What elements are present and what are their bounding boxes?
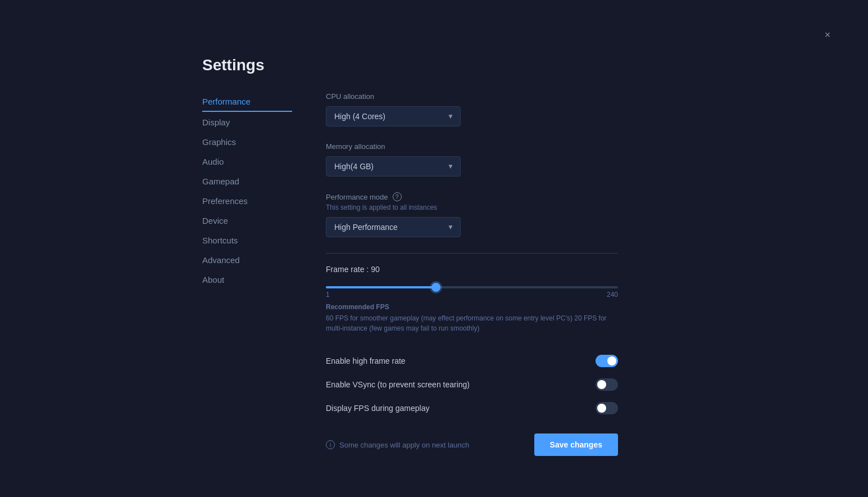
frame-rate-section: Frame rate : 90 1 240 Recommended FPS 60… [326, 265, 618, 333]
recommended-fps-title: Recommended FPS [326, 303, 618, 311]
toggle-thumb-vsync [597, 380, 606, 389]
toggle-label-high-frame-rate: Enable high frame rate [326, 356, 406, 365]
info-icon: i [326, 440, 335, 449]
toggle-row-vsync: Enable VSync (to prevent screen tearing) [326, 373, 618, 396]
sidebar-item-audio[interactable]: Audio [202, 152, 292, 171]
toggle-label-vsync: Enable VSync (to prevent screen tearing) [326, 380, 470, 389]
memory-allocation-label: Memory allocation [326, 142, 618, 151]
sidebar-item-performance[interactable]: Performance [202, 92, 292, 112]
sidebar-item-graphics[interactable]: Graphics [202, 133, 292, 151]
slider-range-labels: 1 240 [326, 291, 618, 299]
sidebar-item-display[interactable]: Display [202, 113, 292, 132]
cpu-allocation-select[interactable]: Low (1 Core) Medium (2 Cores) High (4 Co… [326, 106, 461, 126]
memory-allocation-select[interactable]: Low(1 GB) Medium(2 GB) High(4 GB) Very H… [326, 156, 461, 177]
sidebar-item-device[interactable]: Device [202, 211, 292, 230]
settings-container: Settings Performance Display Graphics Au… [202, 56, 834, 463]
footer-note: i Some changes will apply on next launch [326, 440, 469, 449]
save-button[interactable]: Save changes [534, 433, 618, 456]
sidebar-item-advanced[interactable]: Advanced [202, 251, 292, 269]
sidebar-item-preferences[interactable]: Preferences [202, 192, 292, 210]
frame-rate-label: Frame rate : 90 [326, 265, 618, 274]
settings-body: Performance Display Graphics Audio Gamep… [202, 92, 834, 456]
performance-mode-wrapper: Balanced High Performance Power Saver ▼ [326, 217, 461, 237]
sidebar-item-gamepad[interactable]: Gamepad [202, 172, 292, 191]
performance-mode-header: Performance mode ? [326, 192, 618, 201]
page-title: Settings [202, 56, 834, 74]
frame-rate-slider[interactable] [326, 286, 618, 288]
cpu-allocation-section: CPU allocation Low (1 Core) Medium (2 Co… [326, 92, 618, 126]
performance-mode-hint: This setting is applied to all instances [326, 204, 618, 211]
toggle-display-fps[interactable] [596, 402, 618, 414]
performance-mode-section: Performance mode ? This setting is appli… [326, 192, 618, 237]
slider-max-label: 240 [607, 291, 618, 299]
toggle-thumb-high-frame-rate [607, 356, 616, 365]
sidebar-item-about[interactable]: About [202, 270, 292, 289]
close-button[interactable]: × [821, 28, 834, 42]
close-icon: × [825, 29, 831, 41]
cpu-allocation-label: CPU allocation [326, 92, 618, 101]
toggle-row-high-frame-rate: Enable high frame rate [326, 349, 618, 373]
toggles-container: Enable high frame rate Enable VSync (to … [326, 349, 618, 420]
cpu-allocation-wrapper: Low (1 Core) Medium (2 Cores) High (4 Co… [326, 106, 461, 126]
performance-mode-select[interactable]: Balanced High Performance Power Saver [326, 217, 461, 237]
slider-min-label: 1 [326, 291, 330, 299]
toggle-row-display-fps: Display FPS during gameplay [326, 396, 618, 420]
toggle-vsync[interactable] [596, 378, 618, 391]
recommended-fps-desc: 60 FPS for smoother gameplay (may effect… [326, 313, 618, 333]
sidebar-item-shortcuts[interactable]: Shortcuts [202, 231, 292, 250]
footer-note-text: Some changes will apply on next launch [339, 441, 469, 449]
toggle-label-display-fps: Display FPS during gameplay [326, 404, 429, 413]
memory-allocation-wrapper: Low(1 GB) Medium(2 GB) High(4 GB) Very H… [326, 156, 461, 177]
performance-mode-help-icon[interactable]: ? [393, 192, 402, 201]
performance-mode-label: Performance mode [326, 193, 388, 201]
toggle-thumb-display-fps [597, 404, 606, 413]
settings-content: CPU allocation Low (1 Core) Medium (2 Co… [326, 92, 618, 456]
settings-nav: Performance Display Graphics Audio Gamep… [202, 92, 292, 456]
toggle-high-frame-rate[interactable] [596, 355, 618, 367]
divider [326, 253, 618, 254]
memory-allocation-section: Memory allocation Low(1 GB) Medium(2 GB)… [326, 142, 618, 177]
settings-footer: i Some changes will apply on next launch… [326, 433, 618, 456]
